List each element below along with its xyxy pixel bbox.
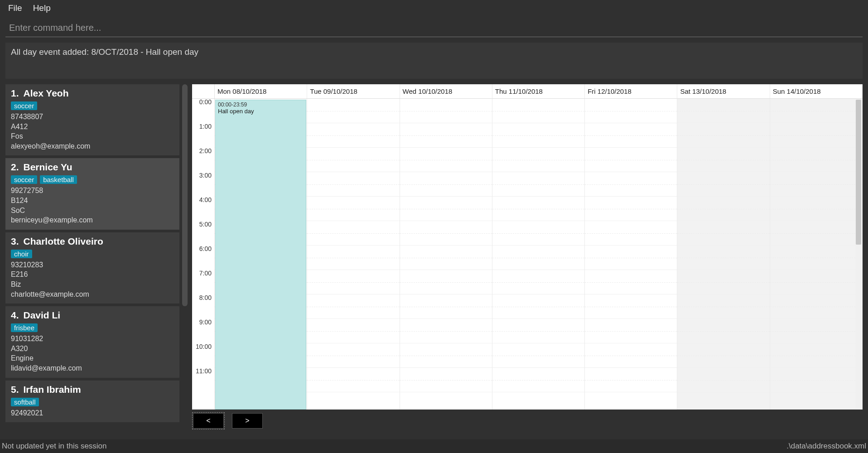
calendar-day-column[interactable] [307,99,400,410]
calendar-cell[interactable] [400,246,492,270]
calendar-cell[interactable] [585,197,677,221]
calendar-cell[interactable] [307,197,399,221]
calendar-event[interactable]: 00:00-23:59Hall open day [215,100,306,410]
calendar-cell[interactable] [585,123,677,148]
next-week-button[interactable]: > [232,413,263,429]
calendar-cell[interactable] [307,343,399,368]
person-title: 1.Alex Yeoh [11,88,174,99]
calendar-day-column[interactable] [770,99,863,410]
calendar-cell[interactable] [770,172,862,197]
person-room: E216 [11,270,174,280]
calendar-cell[interactable] [585,99,677,123]
calendar-day-column[interactable] [585,99,677,410]
calendar-cell[interactable] [770,148,862,172]
person-card[interactable]: 3.Charlotte Oliveirochoir93210283E216Biz… [5,232,179,304]
calendar-cell[interactable] [400,172,492,197]
calendar-cell[interactable] [677,172,769,197]
command-input-wrap [0,16,868,37]
calendar-cell[interactable] [492,123,584,148]
person-list-scrollbar[interactable] [182,84,188,306]
calendar-cell[interactable] [492,99,584,123]
calendar-cell[interactable] [492,148,584,172]
calendar-cell[interactable] [492,221,584,246]
person-tags: soccer [11,101,174,110]
person-phone: 91031282 [11,334,174,344]
calendar-cell[interactable] [492,270,584,294]
calendar-cell[interactable] [770,99,862,123]
calendar-cell[interactable] [585,221,677,246]
calendar-cell[interactable] [492,368,584,392]
calendar-cell[interactable] [400,294,492,319]
calendar-cell[interactable] [677,294,769,319]
calendar-cell[interactable] [585,368,677,392]
calendar-cell[interactable] [677,368,769,392]
calendar-cell[interactable] [307,99,399,123]
calendar-cell[interactable] [585,319,677,343]
calendar-cell[interactable] [400,148,492,172]
calendar-cell[interactable] [400,343,492,368]
calendar-cell[interactable] [677,148,769,172]
menu-help[interactable]: Help [33,3,51,13]
calendar-cell[interactable] [677,270,769,294]
calendar-scroll-thumb[interactable] [856,100,861,245]
calendar-cell[interactable] [770,343,862,368]
person-tags: softball [11,398,174,406]
calendar-cell[interactable] [307,148,399,172]
calendar-cell[interactable] [307,319,399,343]
calendar-cell[interactable] [585,343,677,368]
calendar-cell[interactable] [770,197,862,221]
calendar-cell[interactable] [585,172,677,197]
person-card[interactable]: 4.David Lifrisbee91031282A320Enginelidav… [5,306,179,377]
command-input[interactable] [5,20,863,37]
calendar-day-column[interactable] [492,99,585,410]
calendar-cell[interactable] [585,270,677,294]
calendar-cell[interactable] [770,123,862,148]
calendar-cell[interactable] [585,294,677,319]
menu-file[interactable]: File [8,3,22,13]
calendar-cell[interactable] [677,343,769,368]
calendar-day-column[interactable] [400,99,492,410]
calendar-cell[interactable] [677,221,769,246]
calendar-cell[interactable] [492,172,584,197]
calendar-cell[interactable] [400,99,492,123]
calendar-cell[interactable] [400,123,492,148]
calendar-cell[interactable] [677,99,769,123]
calendar-cell[interactable] [770,221,862,246]
calendar-cell[interactable] [770,319,862,343]
calendar-day-column[interactable] [677,99,770,410]
calendar-cell[interactable] [307,221,399,246]
calendar-cell[interactable] [307,246,399,270]
person-card[interactable]: 2.Bernice Yusoccerbasketball99272758B124… [5,158,179,229]
person-card[interactable]: 1.Alex Yeohsoccer87438807A412Fosalexyeoh… [5,84,179,155]
calendar-day-column[interactable]: 00:00-23:59Hall open day [215,99,307,410]
calendar-cell[interactable] [492,343,584,368]
person-card[interactable]: 5.Irfan Ibrahimsoftball92492021 [5,381,179,423]
calendar-cell[interactable] [307,123,399,148]
calendar-cell[interactable] [770,294,862,319]
calendar-cell[interactable] [307,294,399,319]
calendar-cell[interactable] [585,148,677,172]
calendar-cell[interactable] [307,172,399,197]
calendar-cell[interactable] [400,197,492,221]
calendar-cell[interactable] [677,197,769,221]
calendar-cell[interactable] [585,246,677,270]
calendar-cell[interactable] [770,270,862,294]
calendar-cell[interactable] [492,294,584,319]
calendar-cell[interactable] [400,368,492,392]
calendar-cell[interactable] [307,368,399,392]
prev-week-button[interactable]: < [193,413,224,429]
calendar-cell[interactable] [492,319,584,343]
calendar-cell[interactable] [492,246,584,270]
calendar-cell[interactable] [770,368,862,392]
calendar-cell[interactable] [770,246,862,270]
calendar-cell[interactable] [677,319,769,343]
person-email: charlotte@example.com [11,289,174,299]
calendar-cell[interactable] [492,197,584,221]
calendar-cell[interactable] [400,319,492,343]
calendar-scrollbar[interactable] [855,100,862,409]
calendar-cell[interactable] [400,221,492,246]
calendar-cell[interactable] [677,246,769,270]
calendar-cell[interactable] [400,270,492,294]
calendar-cell[interactable] [677,123,769,148]
calendar-cell[interactable] [307,270,399,294]
